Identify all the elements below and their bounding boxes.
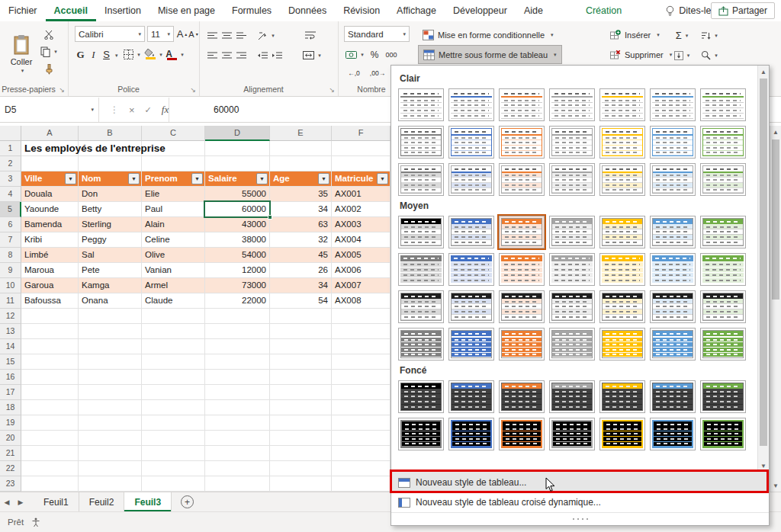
cell-E23[interactable] xyxy=(270,476,332,492)
cell-B2[interactable] xyxy=(79,156,142,171)
cell-D4[interactable]: 55000 xyxy=(205,187,270,202)
cell-A1[interactable]: Les employés de l'entreprise xyxy=(21,141,79,156)
table-style-moyen-25[interactable] xyxy=(549,328,595,361)
cell-D3[interactable]: Salaire▼ xyxy=(205,171,270,187)
table-style-moyen-18[interactable] xyxy=(549,290,595,323)
cell-E18[interactable] xyxy=(270,400,332,415)
table-style-clair-1[interactable] xyxy=(398,88,444,121)
align-right-button[interactable] xyxy=(235,47,248,63)
cell-E20[interactable] xyxy=(270,431,332,446)
cell-E14[interactable] xyxy=(270,339,332,354)
row-header-3[interactable]: 3 xyxy=(0,171,21,187)
cell-B21[interactable] xyxy=(79,446,142,461)
cell-E21[interactable] xyxy=(270,446,332,461)
paste-button[interactable]: Coller ▾ xyxy=(5,24,37,84)
tab-insertion[interactable]: Insertion xyxy=(96,0,149,21)
cell-E7[interactable]: 32 xyxy=(270,232,332,248)
cell-D21[interactable] xyxy=(205,446,270,461)
cell-A15[interactable] xyxy=(21,354,79,370)
cell-F1[interactable] xyxy=(332,141,390,156)
table-style-moyen-4[interactable] xyxy=(549,216,595,248)
row-header-16[interactable]: 16 xyxy=(0,370,21,385)
sheet-tab-feuil3[interactable]: Feuil3 xyxy=(124,492,172,511)
cell-B7[interactable]: Peggy xyxy=(79,232,142,248)
cell-F5[interactable]: AX002 xyxy=(332,202,390,217)
cell-F20[interactable] xyxy=(332,431,390,446)
table-style-moyen-1[interactable] xyxy=(398,216,444,248)
align-left-button[interactable] xyxy=(206,47,219,63)
cell-A21[interactable] xyxy=(21,446,79,461)
cell-C7[interactable]: Celine xyxy=(142,232,205,248)
table-style-moyen-15[interactable] xyxy=(398,290,444,323)
table-style-clair-13[interactable] xyxy=(650,126,696,159)
cell-B9[interactable]: Pete xyxy=(79,263,142,278)
cell-B5[interactable]: Betty xyxy=(79,202,142,217)
table-style-moyen-11[interactable] xyxy=(549,253,595,286)
row-header-23[interactable]: 23 xyxy=(0,476,21,492)
cell-D8[interactable]: 54000 xyxy=(205,248,270,263)
bold-button[interactable]: G xyxy=(75,46,86,62)
alignment-dialog-launcher[interactable]: ↘ xyxy=(329,86,335,94)
table-style-moyen-19[interactable] xyxy=(599,290,645,323)
cell-C22[interactable] xyxy=(142,461,205,476)
cell-D2[interactable] xyxy=(205,156,270,171)
gallery-scrollbar[interactable]: ▲ ▼ xyxy=(757,66,769,472)
table-style-clair-2[interactable] xyxy=(448,88,494,121)
table-style-clair-12[interactable] xyxy=(599,126,645,159)
cell-C15[interactable] xyxy=(142,354,205,370)
cell-E3[interactable]: Age▼ xyxy=(270,171,332,187)
merge-center-button[interactable]: ▾ xyxy=(301,47,323,63)
cancel-icon[interactable]: × xyxy=(129,104,135,116)
table-style-foncé-1[interactable] xyxy=(398,380,444,413)
accessibility-icon[interactable] xyxy=(31,518,40,527)
font-name-combo[interactable]: Calibri ▾ xyxy=(75,26,145,42)
table-style-moyen-3[interactable] xyxy=(499,216,545,248)
cell-A13[interactable] xyxy=(21,324,79,339)
table-style-foncé-13[interactable] xyxy=(650,418,696,450)
table-style-moyen-22[interactable] xyxy=(398,328,444,361)
cell-E8[interactable]: 45 xyxy=(270,248,332,263)
cell-D15[interactable] xyxy=(205,354,270,370)
table-style-foncé-2[interactable] xyxy=(448,380,494,413)
cell-A18[interactable] xyxy=(21,400,79,415)
table-style-foncé-9[interactable] xyxy=(448,418,494,450)
sheet-nav-left-arrow[interactable]: ◀ xyxy=(0,492,14,511)
cell-E5[interactable]: 34 xyxy=(270,202,332,217)
table-style-clair-15[interactable] xyxy=(398,163,444,196)
cell-D13[interactable] xyxy=(205,324,270,339)
cell-B6[interactable]: Sterling xyxy=(79,217,142,232)
fill-color-button[interactable]: ▾ xyxy=(144,46,162,62)
col-header-A[interactable]: A xyxy=(21,126,79,141)
table-style-moyen-26[interactable] xyxy=(599,328,645,361)
table-style-moyen-17[interactable] xyxy=(499,290,545,323)
table-style-moyen-7[interactable] xyxy=(700,216,746,248)
cell-A16[interactable] xyxy=(21,370,79,385)
cell-D18[interactable] xyxy=(205,400,270,415)
tab-aide[interactable]: Aide xyxy=(516,0,551,21)
cell-B12[interactable] xyxy=(79,309,142,324)
drag-handle-icon[interactable]: ⋮ xyxy=(110,104,119,115)
cell-E11[interactable]: 54 xyxy=(270,293,332,309)
cell-E1[interactable] xyxy=(270,141,332,156)
cell-D20[interactable] xyxy=(205,431,270,446)
cell-D12[interactable] xyxy=(205,309,270,324)
table-style-moyen-23[interactable] xyxy=(448,328,494,361)
tab-données[interactable]: Données xyxy=(280,0,335,21)
wrap-text-button[interactable] xyxy=(301,27,320,43)
row-header-18[interactable]: 18 xyxy=(0,400,21,415)
row-header-9[interactable]: 9 xyxy=(0,263,21,278)
comma-style-button[interactable]: 000 xyxy=(382,46,400,62)
sheet-nav-right-arrow[interactable]: ▶ xyxy=(14,492,27,511)
cell-B17[interactable] xyxy=(79,385,142,400)
font-color-button[interactable]: A ▾ xyxy=(166,46,184,62)
cell-E15[interactable] xyxy=(270,354,332,370)
cell-C19[interactable] xyxy=(142,415,205,431)
cell-F22[interactable] xyxy=(332,461,390,476)
cell-F19[interactable] xyxy=(332,415,390,431)
tab-creation[interactable]: Création xyxy=(577,0,630,21)
cell-E2[interactable] xyxy=(270,156,332,171)
accounting-format-button[interactable]: ▾ xyxy=(344,46,365,62)
cell-F8[interactable]: AX005 xyxy=(332,248,390,263)
col-header-D[interactable]: D xyxy=(205,126,270,141)
conditional-formatting-button[interactable]: Mise en forme conditionnelle ▾ xyxy=(418,25,558,44)
